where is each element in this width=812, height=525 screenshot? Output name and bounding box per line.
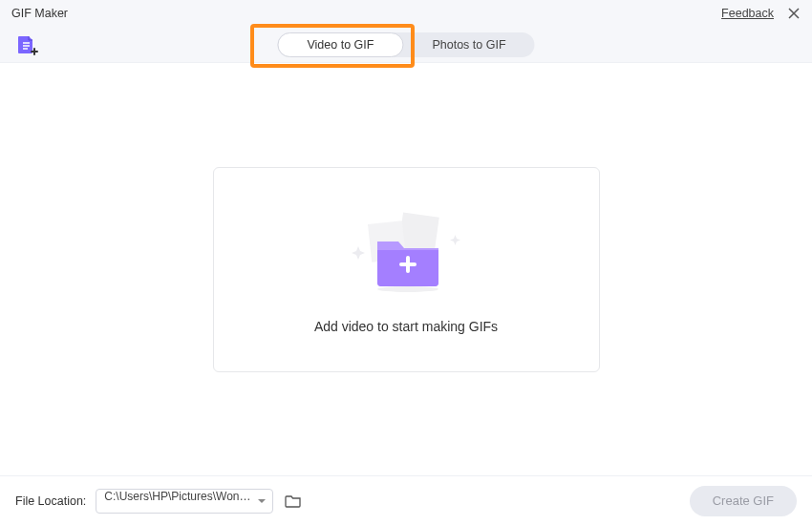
- close-icon[interactable]: [787, 7, 801, 20]
- app-title: GIF Maker: [11, 7, 68, 20]
- main-area: Add video to start making GIFs: [0, 63, 812, 475]
- svg-point-4: [377, 286, 438, 292]
- title-bar-actions: Feedback: [721, 7, 801, 20]
- toolbar: Video to GIF Photos to GIF: [0, 27, 812, 63]
- file-location-select[interactable]: C:\Users\HP\Pictures\Wondersh: [96, 489, 273, 514]
- tab-video-to-gif[interactable]: Video to GIF: [277, 32, 403, 57]
- browse-folder-icon[interactable]: [283, 491, 304, 512]
- file-location-label: File Location:: [15, 494, 86, 508]
- tab-photos-to-gif[interactable]: Photos to GIF: [403, 32, 534, 57]
- svg-rect-1: [33, 48, 35, 55]
- tab-pill: Video to GIF Photos to GIF: [277, 32, 534, 57]
- drop-zone-text: Add video to start making GIFs: [314, 319, 498, 334]
- add-file-icon[interactable]: [15, 34, 38, 55]
- footer-bar: File Location: C:\Users\HP\Pictures\Wond…: [0, 475, 812, 525]
- tab-container: Video to GIF Photos to GIF: [277, 32, 534, 57]
- create-gif-button[interactable]: Create GIF: [690, 486, 797, 516]
- title-bar: GIF Maker Feedback: [0, 0, 812, 27]
- folder-plus-illustration: [339, 205, 473, 296]
- svg-rect-3: [406, 256, 410, 273]
- feedback-link[interactable]: Feedback: [721, 7, 774, 20]
- add-video-drop-zone[interactable]: Add video to start making GIFs: [213, 167, 600, 372]
- footer-left: File Location: C:\Users\HP\Pictures\Wond…: [15, 489, 304, 514]
